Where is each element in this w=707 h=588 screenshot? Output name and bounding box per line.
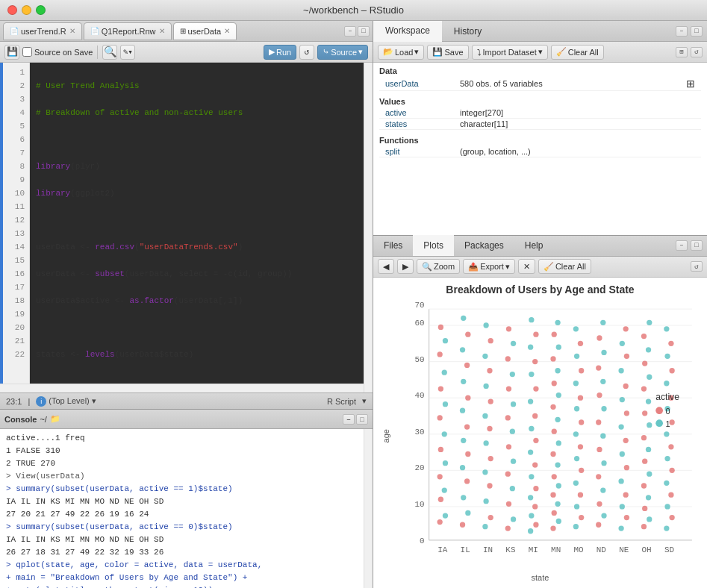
editor-window-controls[interactable]: – □ [344,26,370,37]
export-button[interactable]: 📤 Export ▾ [463,259,515,274]
svg-point-141 [574,353,579,358]
svg-point-177 [647,516,652,522]
svg-point-196 [664,504,670,509]
tab-history[interactable]: History [442,21,493,42]
editor-area: 12345 678910 1112131415 1617181920 2122 … [0,63,373,392]
plots-delete-btn[interactable]: ✕ [518,259,535,274]
level-dropdown-icon[interactable]: ▾ [92,396,96,405]
tab-userdata[interactable]: ⊞ userData ✕ [173,22,237,40]
svg-point-126 [555,319,560,325]
plots-back-btn[interactable]: ◀ [378,259,394,274]
svg-point-165 [624,465,629,470]
tab-plots[interactable]: Plots [413,235,454,256]
svg-point-134 [578,444,583,449]
tab-workspace[interactable]: Workspace [373,21,442,42]
editor-scrollbar-v[interactable] [364,63,373,392]
svg-point-41 [443,338,448,343]
source-button[interactable]: ⤷ Source ▾ [317,45,368,60]
window-controls[interactable] [7,5,46,15]
zoom-icon: 🔍 [422,262,432,272]
source-on-save-label[interactable]: Source on Save [22,47,93,57]
svg-point-55 [460,347,465,352]
plots-refresh-btn[interactable]: ↺ [691,261,703,272]
plots-minimize-btn[interactable]: – [676,240,688,251]
svg-point-206 [664,381,669,386]
export-icon: 📤 [468,262,479,272]
console-path: ~/ [40,415,46,424]
svg-point-179 [646,495,651,500]
tab-packages[interactable]: Packages [454,235,514,256]
workspace-maximize-btn[interactable]: □ [691,26,703,37]
tab-usertrend-label: userTrend.R [21,27,66,36]
svg-point-188 [641,386,647,391]
load-icon: 📂 [383,47,393,57]
svg-text:OH: OH [642,545,652,554]
tab-usertrend[interactable]: 📄 userTrend.R ✕ [3,22,82,40]
table-file-icon: ⊞ [180,27,186,35]
search-btn[interactable]: 🔍 [102,45,117,60]
editor-scrollbar-h[interactable] [0,384,364,392]
svg-point-118 [555,416,560,422]
svg-point-117 [552,428,557,434]
close-button[interactable] [7,5,17,15]
tab-files[interactable]: Files [373,235,413,256]
tab-help[interactable]: Help [514,235,554,256]
svg-point-95 [532,462,538,467]
run-button[interactable]: ▶ Run [264,45,296,60]
svg-point-130 [578,492,583,497]
file-type: R Script [327,397,356,406]
svg-point-80 [510,428,515,434]
editor-minimize-btn[interactable]: – [344,26,356,37]
tab-q1report[interactable]: 📄 Q1Report.Rnw ✕ [84,22,172,40]
source-on-save-checkbox[interactable] [22,47,32,57]
svg-point-62 [482,469,488,475]
svg-point-138 [578,395,583,400]
svg-point-121 [552,381,557,386]
editor-status-bar: 23:1 | i (Top Level) ▾ R Script ▾ [0,392,373,409]
load-button[interactable]: 📂 Load ▾ [378,45,424,60]
import-dataset-button[interactable]: ⤵ Import Dataset ▾ [472,45,548,60]
console-open-folder-icon[interactable]: 📁 [50,414,60,424]
source-arrow-icon: ⤷ [323,47,329,57]
console-minimize-btn[interactable]: – [343,414,355,425]
console-maximize-btn[interactable]: □ [356,414,368,425]
svg-point-104 [528,344,533,349]
tab-userdata-close[interactable]: ✕ [224,27,230,35]
userdata-grid-icon[interactable]: ⊞ [686,78,695,90]
svg-point-210 [664,326,669,331]
svg-point-102 [529,372,534,377]
data-section: Data userData 580 obs. of 5 variables ⊞ [373,63,707,93]
save-icon-btn[interactable]: 💾 [4,45,19,60]
console-scrollbar-v[interactable] [364,429,373,588]
code-editor-content[interactable]: # User Trend Analysis # Breakdown of act… [30,63,364,384]
filetype-dropdown-icon[interactable]: ▾ [362,396,367,406]
ws-refresh-btn[interactable]: ↺ [691,47,703,57]
functions-section-title: Functions [379,134,701,146]
editor-maximize-btn[interactable]: □ [358,26,370,37]
svg-point-129 [574,504,579,509]
maximize-button[interactable] [36,5,46,15]
workspace-minimize-btn[interactable]: – [676,26,688,37]
tab-usertrend-close[interactable]: ✕ [69,27,75,35]
svg-point-167 [623,437,629,442]
values-section: Values active integer[270] states charac… [373,93,707,132]
plots-forward-btn[interactable]: ▶ [397,259,414,274]
svg-point-158 [597,335,602,340]
svg-point-100 [528,398,533,404]
svg-point-197 [668,492,673,497]
minimize-button[interactable] [22,5,31,15]
userdata-row[interactable]: userData 580 obs. of 5 variables ⊞ [379,77,701,91]
plots-clear-btn[interactable]: 🧹 Clear All [538,259,591,274]
tools-btn[interactable]: ✎▾ [120,45,135,60]
ws-toolbar-icon[interactable]: ⊞ [676,47,688,57]
zoom-button[interactable]: 🔍 Zoom [417,259,460,274]
split-row: split (group, location, ...) [379,146,701,157]
rerun-btn[interactable]: ↺ [299,45,314,60]
save-button[interactable]: 💾 Save [427,45,468,60]
plots-maximize-btn[interactable]: □ [691,240,703,251]
console-content[interactable]: active....1 freq 1 FALSE 310 2 TRUE 270 … [0,429,364,588]
svg-point-30 [438,496,443,501]
clear-all-button[interactable]: 🧹 Clear All [551,45,604,60]
tab-q1report-close[interactable]: ✕ [159,27,165,35]
svg-point-64 [483,440,488,445]
